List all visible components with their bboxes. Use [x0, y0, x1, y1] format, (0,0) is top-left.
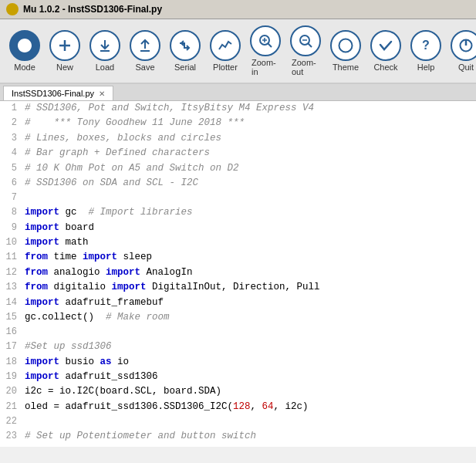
- line-content[interactable]: oled = adafruit_ssd1306.SSD1306_I2C(128,…: [25, 400, 476, 414]
- code-line: 9import board: [0, 221, 476, 235]
- title-bar: Mu 1.0.2 - InstSSD1306-Final.py: [0, 0, 476, 19]
- toolbar-btn-check[interactable]: Check: [367, 29, 404, 73]
- code-line: 24pot_in = AnalogIn(board.A5) # Potentio…: [0, 444, 476, 448]
- theme-icon: [330, 30, 361, 61]
- serial-icon: [170, 30, 201, 61]
- code-line: 3# Lines, boxes, blocks and circles: [0, 131, 476, 146]
- line-content[interactable]: import math: [25, 235, 476, 250]
- line-number: 1: [0, 101, 25, 116]
- toolbar-btn-new[interactable]: New: [46, 29, 83, 73]
- line-content[interactable]: import gc # Import libraries: [25, 205, 476, 220]
- toolbar-label-zoom-out: Zoom-out: [292, 58, 319, 76]
- line-content[interactable]: from time import sleep: [25, 250, 476, 265]
- toolbar-btn-zoom-out[interactable]: Zoom-out: [287, 24, 324, 78]
- line-number: 20: [0, 384, 25, 399]
- line-number: 4: [0, 146, 25, 161]
- toolbar-btn-quit[interactable]: Quit: [447, 29, 476, 73]
- svg-line-5: [268, 44, 272, 48]
- code-line: 13from digitalio import DigitalInOut, Di…: [0, 280, 476, 295]
- code-line: 23# Set up Potentiometer and button swit…: [0, 429, 476, 444]
- code-line: 11from time import sleep: [0, 250, 476, 265]
- quit-icon: [451, 30, 476, 61]
- line-number: 8: [0, 205, 25, 220]
- tab-label: InstSSD1306-Final.py: [12, 89, 94, 98]
- code-line: 21oled = adafruit_ssd1306.SSD1306_I2C(12…: [0, 400, 476, 414]
- line-content[interactable]: # Bar graph + Defined characters: [25, 146, 476, 161]
- mode-icon: [9, 30, 40, 61]
- toolbar-btn-help[interactable]: ?Help: [407, 29, 444, 73]
- code-line: 12from analogio import AnalogIn: [0, 265, 476, 280]
- line-content[interactable]: # 10 K Ohm Pot on A5 and Switch on D2: [25, 161, 476, 176]
- code-line: 14import adafruit_framebuf: [0, 296, 476, 310]
- help-icon: ?: [410, 30, 441, 61]
- code-line: 16: [0, 325, 476, 340]
- load-icon: [89, 30, 120, 61]
- line-content[interactable]: # SSD1306, Pot and Switch, ItsyBitsy M4 …: [25, 101, 476, 116]
- toolbar-label-mode: Mode: [14, 63, 35, 72]
- line-content[interactable]: gc.collect() # Make room: [25, 310, 476, 325]
- toolbar-label-check: Check: [373, 63, 397, 72]
- line-content[interactable]: from analogio import AnalogIn: [25, 265, 476, 280]
- toolbar-btn-zoom-in[interactable]: Zoom-in: [247, 24, 284, 78]
- line-content[interactable]: import busio as io: [25, 355, 476, 370]
- code-line: 10import math: [0, 235, 476, 250]
- tab-close-button[interactable]: ✕: [99, 90, 105, 98]
- toolbar-label-new: New: [56, 63, 73, 72]
- line-number: 18: [0, 355, 25, 370]
- line-content[interactable]: # Lines, boxes, blocks and circles: [25, 131, 476, 146]
- line-number: 24: [0, 444, 25, 448]
- code-line: 7: [0, 191, 476, 205]
- code-line: 5# 10 K Ohm Pot on A5 and Switch on D2: [0, 161, 476, 176]
- toolbar-btn-load[interactable]: Load: [86, 29, 123, 73]
- line-number: 11: [0, 250, 25, 265]
- toolbar-label-load: Load: [96, 63, 114, 72]
- line-number: 6: [0, 176, 25, 191]
- line-content[interactable]: from digitalio import DigitalInOut, Dire…: [25, 280, 476, 295]
- code-line: 18import busio as io: [0, 355, 476, 370]
- toolbar-btn-theme[interactable]: Theme: [327, 29, 364, 73]
- zoom-in-icon: [250, 25, 281, 56]
- zoom-out-icon: [290, 25, 321, 56]
- title-text: Mu 1.0.2 - InstSSD1306-Final.py: [23, 4, 162, 15]
- line-number: 19: [0, 370, 25, 384]
- toolbar-label-help: Help: [417, 63, 435, 72]
- line-content[interactable]: # SSD1306 on SDA and SCL - I2C: [25, 176, 476, 191]
- plotter-icon: [210, 30, 241, 61]
- toolbar-label-zoom-in: Zoom-in: [252, 58, 279, 76]
- code-line: 2# *** Tony Goodhew 11 June 2018 ***: [0, 116, 476, 130]
- code-line: 17#Set up ssd1306: [0, 340, 476, 354]
- toolbar-btn-mode[interactable]: Mode: [6, 29, 43, 73]
- line-content[interactable]: # *** Tony Goodhew 11 June 2018 ***: [25, 116, 476, 130]
- line-content[interactable]: import adafruit_framebuf: [25, 296, 476, 310]
- code-line: 15gc.collect() # Make room: [0, 310, 476, 325]
- line-number: 23: [0, 429, 25, 444]
- svg-line-9: [309, 44, 312, 48]
- toolbar-btn-serial[interactable]: Serial: [167, 29, 204, 73]
- toolbar-label-plotter: Plotter: [213, 63, 238, 72]
- code-line: 1# SSD1306, Pot and Switch, ItsyBitsy M4…: [0, 101, 476, 116]
- file-tab[interactable]: InstSSD1306-Final.py ✕: [3, 86, 113, 100]
- line-content[interactable]: i2c = io.I2C(board.SCL, board.SDA): [25, 384, 476, 399]
- line-content[interactable]: pot_in = AnalogIn(board.A5) # Potentiome…: [25, 444, 476, 448]
- line-number: 7: [0, 191, 25, 205]
- line-content[interactable]: # Set up Potentiometer and button switch: [25, 429, 476, 444]
- toolbar: ModeNewLoadSaveSerialPlotterZoom-inZoom-…: [0, 19, 476, 84]
- line-number: 14: [0, 296, 25, 310]
- svg-point-11: [339, 39, 353, 52]
- code-editor[interactable]: 1# SSD1306, Pot and Switch, ItsyBitsy M4…: [0, 101, 476, 447]
- line-number: 21: [0, 400, 25, 414]
- save-icon: [130, 30, 160, 61]
- toolbar-btn-save[interactable]: Save: [127, 29, 164, 73]
- toolbar-btn-plotter[interactable]: Plotter: [207, 29, 244, 73]
- line-number: 9: [0, 221, 25, 235]
- code-line: 8import gc # Import libraries: [0, 205, 476, 220]
- line-number: 16: [0, 325, 25, 340]
- new-icon: [49, 30, 80, 61]
- line-content[interactable]: import adafruit_ssd1306: [25, 370, 476, 384]
- line-number: 13: [0, 280, 25, 295]
- line-content[interactable]: import board: [25, 221, 476, 235]
- code-line: 4# Bar graph + Defined characters: [0, 146, 476, 161]
- line-content[interactable]: #Set up ssd1306: [25, 340, 476, 354]
- line-number: 12: [0, 265, 25, 280]
- code-line: 20i2c = io.I2C(board.SCL, board.SDA): [0, 384, 476, 399]
